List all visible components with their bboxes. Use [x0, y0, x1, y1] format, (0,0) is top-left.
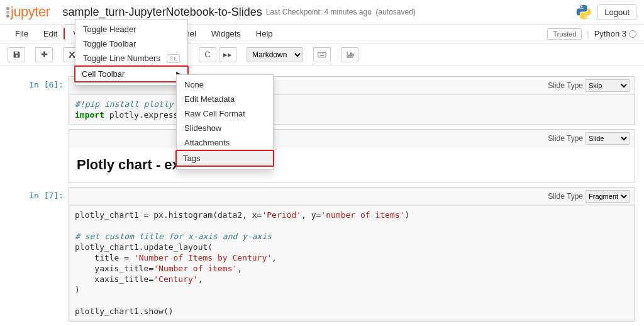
fastforward-icon: ▸▸ — [223, 50, 232, 59]
chart-button[interactable] — [341, 47, 358, 62]
trusted-badge[interactable]: Trusted — [547, 28, 582, 40]
menu-file[interactable]: File — [8, 25, 36, 42]
code-input[interactable]: #!pip install plotlyimport plotly.expres… — [69, 94, 635, 125]
notebook-container: In [6]: Slide Type Skip #!pip install pl… — [0, 66, 644, 326]
slide-type-label: Slide Type — [548, 192, 583, 201]
cell-toolbar-header: Slide Type Fragment — [69, 188, 635, 205]
restart-kernel-button[interactable]: C — [199, 47, 216, 62]
input-prompt — [9, 129, 69, 133]
svg-point-0 — [69, 56, 70, 58]
save-icon — [13, 50, 21, 59]
kernel-indicator[interactable]: Python 3 — [594, 29, 636, 38]
submenu-attachments[interactable]: Attachments — [177, 135, 273, 150]
menu-help[interactable]: Help — [248, 25, 280, 42]
code-input[interactable]: plotly_chart1 = px.histogram(data2, x='P… — [69, 205, 635, 321]
input-prompt: In [7]: — [9, 187, 69, 200]
slide-type-label: Slide Type — [548, 81, 583, 90]
shortcut-key: ⇧L — [167, 54, 180, 63]
markdown-cell[interactable]: Slide Type Slide Plotly chart - ex — [9, 129, 635, 183]
jupyter-logo: jupyter — [6, 4, 50, 20]
submenu-none[interactable]: None — [177, 77, 273, 92]
markdown-rendered: Plotly chart - ex — [69, 147, 635, 183]
code-cell[interactable]: In [7]: Slide Type Fragment plotly_chart… — [9, 187, 635, 322]
view-dropdown: Toggle Header Toggle Toolbar Toggle Line… — [75, 19, 188, 86]
menu-cell-toolbar[interactable]: Cell Toolbar ▶ — [74, 65, 189, 82]
checkpoint-status: Last Checkpoint: 4 minutes ago (autosave… — [266, 8, 416, 16]
restart-icon: C — [204, 50, 210, 59]
heading: Plotly chart - ex — [77, 157, 627, 173]
submenu-raw-cell-format[interactable]: Raw Cell Format — [177, 106, 273, 121]
menubar: File Edit View Insert Cell Kernel Widget… — [0, 25, 644, 43]
logo-dots — [6, 7, 9, 18]
slide-type-select[interactable]: Skip — [586, 79, 630, 92]
slide-type-select[interactable]: Fragment — [586, 190, 630, 203]
submenu-tags[interactable]: Tags — [175, 150, 274, 167]
python-logo-icon — [575, 3, 592, 21]
chart-icon — [346, 50, 354, 59]
cell-toolbar-submenu: None Edit Metadata Raw Cell Format Slide… — [176, 74, 274, 170]
menu-toggle-header[interactable]: Toggle Header — [75, 22, 187, 37]
keyboard-icon — [318, 52, 326, 58]
slide-type-select[interactable]: Slide — [586, 132, 630, 145]
svg-rect-2 — [318, 52, 326, 57]
submenu-edit-metadata[interactable]: Edit Metadata — [177, 92, 273, 106]
notebook-name[interactable]: sample_turn-JupyterNotebook-to-Slides — [63, 6, 262, 19]
kernel-status-icon — [629, 30, 636, 38]
plus-icon: ✚ — [41, 50, 48, 59]
menu-edit[interactable]: Edit — [36, 25, 65, 42]
slide-type-label: Slide Type — [548, 134, 583, 143]
input-prompt: In [6]: — [9, 76, 69, 89]
menu-widgets[interactable]: Widgets — [204, 25, 248, 42]
save-button[interactable] — [8, 47, 25, 62]
add-cell-button[interactable]: ✚ — [35, 47, 53, 62]
cell-type-select[interactable]: Markdown — [247, 47, 303, 62]
submenu-slideshow[interactable]: Slideshow — [177, 121, 273, 135]
restart-run-all-button[interactable]: ▸▸ — [219, 47, 236, 62]
logo-link[interactable]: jupyter — [3, 4, 57, 20]
logout-button[interactable]: Logout — [597, 4, 636, 20]
cell-toolbar-header: Slide Type Slide — [69, 130, 635, 147]
command-palette-button[interactable] — [313, 47, 331, 62]
menu-toggle-line-numbers[interactable]: Toggle Line Numbers ⇧L — [75, 51, 187, 65]
menu-toggle-toolbar[interactable]: Toggle Toolbar — [75, 37, 187, 51]
logo-text: jupyter — [11, 4, 50, 20]
